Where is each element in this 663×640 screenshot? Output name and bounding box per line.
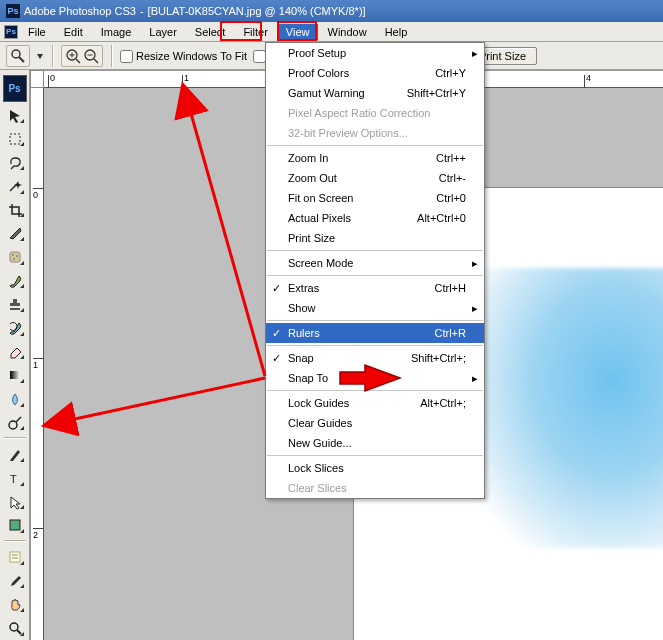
- svg-marker-2: [37, 54, 43, 59]
- tool-divider: [4, 540, 26, 542]
- resize-windows-checkbox[interactable]: Resize Windows To Fit: [120, 49, 247, 63]
- svg-point-13: [16, 255, 18, 257]
- menu-item-proof-setup[interactable]: Proof Setup▸: [266, 43, 484, 63]
- menu-window[interactable]: Window: [320, 24, 375, 40]
- flyout-triangle-icon: [20, 632, 24, 636]
- notes-tool[interactable]: [3, 546, 27, 568]
- eraser-tool[interactable]: [3, 341, 27, 363]
- menu-item-lock-guides[interactable]: Lock GuidesAlt+Ctrl+;: [266, 393, 484, 413]
- menu-view[interactable]: View: [278, 24, 318, 40]
- gradient-tool[interactable]: [3, 364, 27, 386]
- flyout-triangle-icon: [20, 608, 24, 612]
- marquee-tool[interactable]: [3, 128, 27, 150]
- heal-tool[interactable]: [3, 246, 27, 268]
- ruler-vertical[interactable]: 012: [30, 88, 44, 640]
- svg-point-0: [12, 50, 20, 58]
- menu-item-zoom-out[interactable]: Zoom OutCtrl+-: [266, 168, 484, 188]
- flyout-triangle-icon: [20, 119, 24, 123]
- shape-tool[interactable]: [3, 514, 27, 536]
- svg-point-16: [9, 421, 17, 429]
- document-title: [BULAT-0K85CYAN.jpg @ 140% (CMYK/8*)]: [148, 5, 366, 17]
- svg-rect-11: [10, 252, 20, 262]
- menu-select[interactable]: Select: [187, 24, 234, 40]
- menu-item-zoom-in[interactable]: Zoom InCtrl++: [266, 148, 484, 168]
- menu-item-print-size[interactable]: Print Size: [266, 228, 484, 248]
- move-tool[interactable]: [3, 104, 27, 126]
- view-menu-dropdown: Proof Setup▸Proof ColorsCtrl+YGamut Warn…: [265, 42, 485, 499]
- zoom-in-out-button[interactable]: [61, 45, 103, 67]
- brush-tool[interactable]: [3, 270, 27, 292]
- crop-tool[interactable]: [3, 199, 27, 221]
- menu-separator: [267, 390, 483, 391]
- blur-tool[interactable]: [3, 388, 27, 410]
- submenu-arrow-icon: ▸: [472, 372, 478, 385]
- dropdown-arrow-icon[interactable]: [36, 49, 44, 63]
- flyout-triangle-icon: [20, 308, 24, 312]
- flyout-triangle-icon: [20, 426, 24, 430]
- menu-layer[interactable]: Layer: [141, 24, 185, 40]
- flyout-triangle-icon: [20, 190, 24, 194]
- menu-item-actual-pixels[interactable]: Actual PixelsAlt+Ctrl+0: [266, 208, 484, 228]
- ruler-origin[interactable]: [30, 70, 44, 88]
- path-select-tool[interactable]: [3, 491, 27, 513]
- svg-line-1: [19, 57, 24, 62]
- svg-rect-15: [10, 371, 20, 379]
- flyout-triangle-icon: [20, 505, 24, 509]
- flyout-triangle-icon: [20, 403, 24, 407]
- menu-separator: [267, 275, 483, 276]
- svg-line-17: [16, 417, 21, 422]
- menu-item-clear-guides[interactable]: Clear Guides: [266, 413, 484, 433]
- tool-divider: [4, 437, 26, 439]
- title-bar: Ps Adobe Photoshop CS3 - [BULAT-0K85CYAN…: [0, 0, 663, 22]
- menu-separator: [267, 250, 483, 251]
- menu-item-extras[interactable]: ✓ExtrasCtrl+H: [266, 278, 484, 298]
- type-tool[interactable]: T: [3, 467, 27, 489]
- zoom-tool[interactable]: [3, 617, 27, 639]
- check-icon: ✓: [272, 352, 281, 365]
- flyout-triangle-icon: [20, 284, 24, 288]
- menu-item-clear-slices: Clear Slices: [266, 478, 484, 498]
- flyout-triangle-icon: [20, 332, 24, 336]
- menu-item-snap-to[interactable]: Snap To▸: [266, 368, 484, 388]
- svg-text:T: T: [10, 473, 17, 485]
- flyout-triangle-icon: [20, 166, 24, 170]
- wand-tool[interactable]: [3, 175, 27, 197]
- menu-image[interactable]: Image: [93, 24, 140, 40]
- app-badge-icon[interactable]: Ps: [4, 25, 18, 39]
- menu-item-fit-on-screen[interactable]: Fit on ScreenCtrl+0: [266, 188, 484, 208]
- menu-item-show[interactable]: Show▸: [266, 298, 484, 318]
- menu-item-rulers[interactable]: ✓RulersCtrl+R: [266, 323, 484, 343]
- lasso-tool[interactable]: [3, 151, 27, 173]
- svg-point-23: [10, 623, 18, 631]
- menu-item-new-guide[interactable]: New Guide...: [266, 433, 484, 453]
- hand-tool[interactable]: [3, 593, 27, 615]
- pen-tool[interactable]: [3, 443, 27, 465]
- flyout-triangle-icon: [20, 213, 24, 217]
- menu-help[interactable]: Help: [377, 24, 416, 40]
- stamp-tool[interactable]: [3, 293, 27, 315]
- submenu-arrow-icon: ▸: [472, 257, 478, 270]
- menu-filter[interactable]: Filter: [235, 24, 275, 40]
- svg-point-14: [13, 258, 15, 260]
- menu-item-snap[interactable]: ✓SnapShift+Ctrl+;: [266, 348, 484, 368]
- dodge-tool[interactable]: [3, 412, 27, 434]
- eyedropper-tool[interactable]: [3, 570, 27, 592]
- flyout-triangle-icon: [20, 261, 24, 265]
- menu-file[interactable]: File: [20, 24, 54, 40]
- flyout-triangle-icon: [20, 482, 24, 486]
- menu-item-gamut-warning[interactable]: Gamut WarningShift+Ctrl+Y: [266, 83, 484, 103]
- zoom-tool-icon[interactable]: [6, 45, 30, 67]
- flyout-triangle-icon: [20, 142, 24, 146]
- menu-edit[interactable]: Edit: [56, 24, 91, 40]
- svg-point-3: [67, 50, 77, 60]
- slice-tool[interactable]: [3, 222, 27, 244]
- menu-item-lock-slices[interactable]: Lock Slices: [266, 458, 484, 478]
- ps-logo-icon[interactable]: Ps: [3, 75, 27, 102]
- history-brush-tool[interactable]: [3, 317, 27, 339]
- menu-item-screen-mode[interactable]: Screen Mode▸: [266, 253, 484, 273]
- svg-point-7: [85, 50, 95, 60]
- flyout-triangle-icon: [20, 561, 24, 565]
- check-icon: ✓: [272, 327, 281, 340]
- svg-rect-19: [10, 520, 20, 530]
- menu-item-proof-colors[interactable]: Proof ColorsCtrl+Y: [266, 63, 484, 83]
